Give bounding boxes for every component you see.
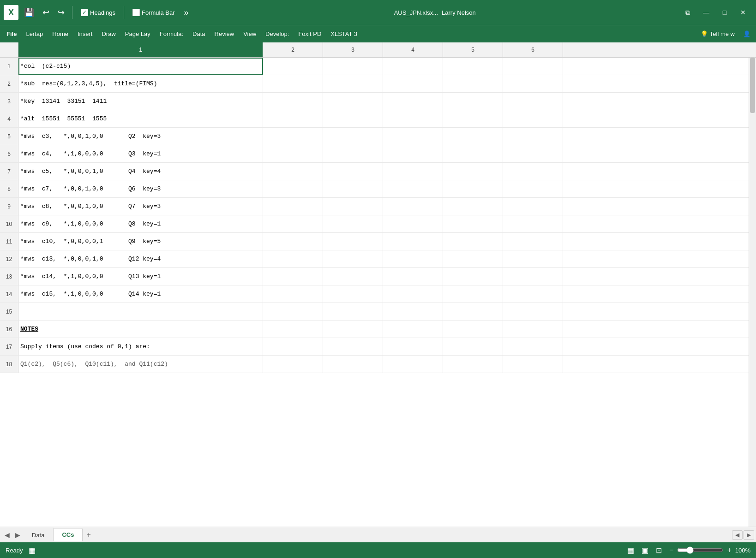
headings-toggle[interactable]: ✓ Headings xyxy=(77,7,119,18)
maximize-button[interactable]: □ xyxy=(715,5,734,20)
sheet-nav-next[interactable]: ▶ xyxy=(12,529,23,540)
redo-button[interactable]: ↪ xyxy=(55,6,67,19)
cell-r4-c5[interactable] xyxy=(443,110,503,127)
sheet-add-button[interactable]: + xyxy=(83,529,94,541)
cell-r2-c2[interactable] xyxy=(263,75,323,92)
menu-insert[interactable]: Insert xyxy=(73,28,97,40)
cell-r10-c3[interactable] xyxy=(323,215,383,232)
cell-r7-c6[interactable] xyxy=(503,163,563,180)
cell-r2-c5[interactable] xyxy=(443,75,503,92)
cell-r3-c2[interactable] xyxy=(263,93,323,110)
cell-r2-c4[interactable] xyxy=(383,75,443,92)
cell-r12-c3[interactable] xyxy=(323,250,383,267)
cell-r6-c2[interactable] xyxy=(263,145,323,162)
cell-r6-c1[interactable]: *mws c4, *,1,0,0,0,0 Q3 key=1 xyxy=(18,145,263,162)
row-header-17[interactable]: 17 xyxy=(0,338,18,355)
cell-r5-c1[interactable]: *mws c3, *,0,0,1,0,0 Q2 key=3 xyxy=(18,128,263,145)
cell-r18-c4[interactable] xyxy=(383,356,443,373)
cell-r9-c5[interactable] xyxy=(443,198,503,215)
row-header-12[interactable]: 12 xyxy=(0,250,18,267)
cell-r10-c6[interactable] xyxy=(503,215,563,232)
row-header-11[interactable]: 11 xyxy=(0,233,18,250)
page-break-button[interactable]: ⊡ xyxy=(654,545,664,556)
sheet-tab-ccs[interactable]: CCs xyxy=(53,528,83,541)
row-header-8[interactable]: 8 xyxy=(0,180,18,197)
cell-r3-c6[interactable] xyxy=(503,93,563,110)
cell-r18-c2[interactable] xyxy=(263,356,323,373)
cell-r12-c5[interactable] xyxy=(443,250,503,267)
cell-r17-c6[interactable] xyxy=(503,338,563,355)
row-header-5[interactable]: 5 xyxy=(0,128,18,145)
cell-r2-c3[interactable] xyxy=(323,75,383,92)
close-button[interactable]: ✕ xyxy=(734,5,752,20)
tell-me[interactable]: 💡 Tell me w xyxy=(696,29,739,39)
cell-r14-c2[interactable] xyxy=(263,285,323,303)
cell-r15-c6[interactable] xyxy=(503,303,563,320)
cell-r13-c6[interactable] xyxy=(503,268,563,285)
col-header-2[interactable]: 2 xyxy=(263,42,323,57)
cell-r17-c1[interactable]: Supply items (use codes of 0,1) are: xyxy=(18,338,263,355)
cell-r15-c1[interactable] xyxy=(18,303,263,320)
cell-r5-c4[interactable] xyxy=(383,128,443,145)
col-header-3[interactable]: 3 xyxy=(323,42,383,57)
cell-r10-c2[interactable] xyxy=(263,215,323,232)
cell-r1-c1[interactable]: *col (c2-c15) xyxy=(18,58,263,75)
cell-r11-c5[interactable] xyxy=(443,233,503,250)
cell-r17-c4[interactable] xyxy=(383,338,443,355)
sheet-tab-data[interactable]: Data xyxy=(23,528,53,541)
cell-r15-c4[interactable] xyxy=(383,303,443,320)
cell-r15-c3[interactable] xyxy=(323,303,383,320)
cell-r13-c3[interactable] xyxy=(323,268,383,285)
menu-review[interactable]: Review xyxy=(210,28,239,40)
cell-r16-c6[interactable] xyxy=(503,321,563,338)
cell-r18-c6[interactable] xyxy=(503,356,563,373)
row-header-2[interactable]: 2 xyxy=(0,75,18,92)
undo-button[interactable]: ↩ xyxy=(40,6,52,19)
menu-lertap[interactable]: Lertap xyxy=(21,28,48,40)
cell-r12-c4[interactable] xyxy=(383,250,443,267)
row-header-13[interactable]: 13 xyxy=(0,268,18,285)
col-header-1[interactable]: 1 xyxy=(18,42,263,57)
cell-r13-c5[interactable] xyxy=(443,268,503,285)
cell-r7-c3[interactable] xyxy=(323,163,383,180)
cell-r5-c2[interactable] xyxy=(263,128,323,145)
cell-r7-c1[interactable]: *mws c5, *,0,0,0,1,0 Q4 key=4 xyxy=(18,163,263,180)
cell-r1-c6[interactable] xyxy=(503,58,563,75)
cell-r14-c1[interactable]: *mws c15, *,1,0,0,0,0 Q14 key=1 xyxy=(18,285,263,303)
cell-r4-c1[interactable]: *alt 15551 55551 1555 xyxy=(18,110,263,127)
menu-file[interactable]: File xyxy=(2,28,21,40)
menu-developer[interactable]: Develop: xyxy=(261,28,294,40)
cell-r3-c5[interactable] xyxy=(443,93,503,110)
row-header-7[interactable]: 7 xyxy=(0,163,18,180)
sheet-scroll-left[interactable]: ◀ xyxy=(732,530,743,540)
menu-draw[interactable]: Draw xyxy=(97,28,120,40)
menu-foxit[interactable]: Foxit PD xyxy=(294,28,326,40)
cell-r8-c5[interactable] xyxy=(443,180,503,197)
row-header-1[interactable]: 1 xyxy=(0,58,18,75)
cell-r12-c2[interactable] xyxy=(263,250,323,267)
row-header-3[interactable]: 3 xyxy=(0,93,18,110)
cell-r4-c6[interactable] xyxy=(503,110,563,127)
row-header-14[interactable]: 14 xyxy=(0,285,18,303)
more-toolbar-button[interactable]: » xyxy=(181,6,191,19)
sheet-scroll-right[interactable]: ▶ xyxy=(744,530,754,540)
cell-r15-c2[interactable] xyxy=(263,303,323,320)
cell-r7-c4[interactable] xyxy=(383,163,443,180)
grid[interactable]: 1*col (c2-c15)2*sub res=(0,1,2,3,4,5), t… xyxy=(0,58,749,527)
save-button[interactable]: 💾 xyxy=(21,6,37,19)
menu-xlstat[interactable]: XLSTAT 3 xyxy=(326,28,362,40)
cell-r11-c6[interactable] xyxy=(503,233,563,250)
cell-r16-c3[interactable] xyxy=(323,321,383,338)
row-header-18[interactable]: 18 xyxy=(0,356,18,373)
col-header-4[interactable]: 4 xyxy=(383,42,443,57)
cell-r9-c3[interactable] xyxy=(323,198,383,215)
cell-r12-c6[interactable] xyxy=(503,250,563,267)
cell-r6-c5[interactable] xyxy=(443,145,503,162)
cell-r4-c2[interactable] xyxy=(263,110,323,127)
cell-r3-c4[interactable] xyxy=(383,93,443,110)
cell-r17-c3[interactable] xyxy=(323,338,383,355)
cell-r17-c2[interactable] xyxy=(263,338,323,355)
cell-r4-c3[interactable] xyxy=(323,110,383,127)
cell-r8-c4[interactable] xyxy=(383,180,443,197)
cell-r6-c6[interactable] xyxy=(503,145,563,162)
